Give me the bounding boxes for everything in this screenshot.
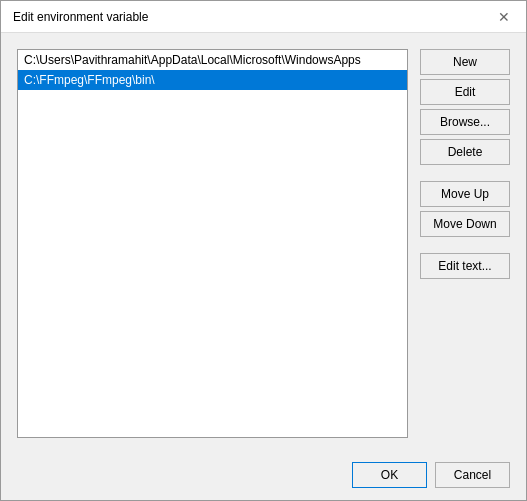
edit-env-dialog: Edit environment variable ✕ C:\Users\Pav… (0, 0, 527, 501)
spacer1 (420, 169, 510, 177)
dialog-body: C:\Users\Pavithramahit\AppData\Local\Mic… (1, 33, 526, 454)
cancel-button[interactable]: Cancel (435, 462, 510, 488)
list-item[interactable]: C:\FFmpeg\FFmpeg\bin\ (18, 70, 407, 90)
title-bar: Edit environment variable ✕ (1, 1, 526, 33)
move-up-button[interactable]: Move Up (420, 181, 510, 207)
close-button[interactable]: ✕ (494, 7, 514, 27)
list-item[interactable]: C:\Users\Pavithramahit\AppData\Local\Mic… (18, 50, 407, 70)
delete-button[interactable]: Delete (420, 139, 510, 165)
button-column: New Edit Browse... Delete Move Up Move D… (420, 49, 510, 438)
edit-button[interactable]: Edit (420, 79, 510, 105)
ok-button[interactable]: OK (352, 462, 427, 488)
env-list[interactable]: C:\Users\Pavithramahit\AppData\Local\Mic… (17, 49, 408, 438)
dialog-title: Edit environment variable (13, 10, 148, 24)
spacer2 (420, 241, 510, 249)
dialog-footer: OK Cancel (1, 454, 526, 500)
browse-button[interactable]: Browse... (420, 109, 510, 135)
new-button[interactable]: New (420, 49, 510, 75)
move-down-button[interactable]: Move Down (420, 211, 510, 237)
list-container: C:\Users\Pavithramahit\AppData\Local\Mic… (17, 49, 408, 438)
edit-text-button[interactable]: Edit text... (420, 253, 510, 279)
